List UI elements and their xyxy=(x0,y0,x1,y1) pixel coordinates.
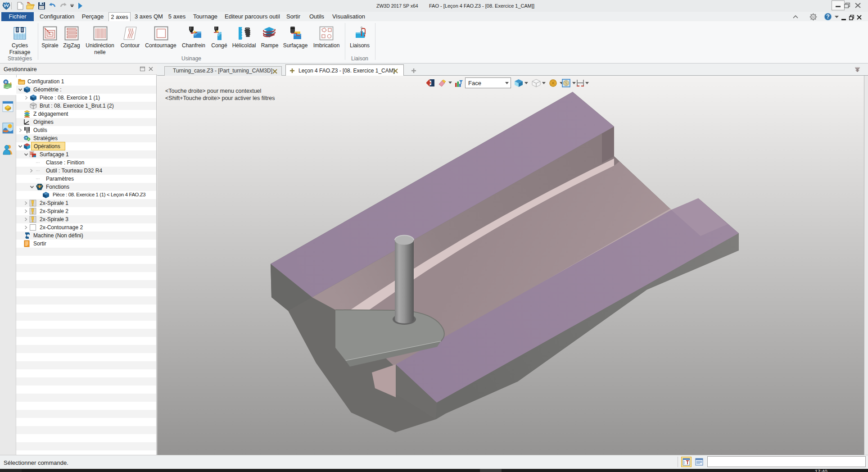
svg-text:?: ? xyxy=(826,14,829,20)
